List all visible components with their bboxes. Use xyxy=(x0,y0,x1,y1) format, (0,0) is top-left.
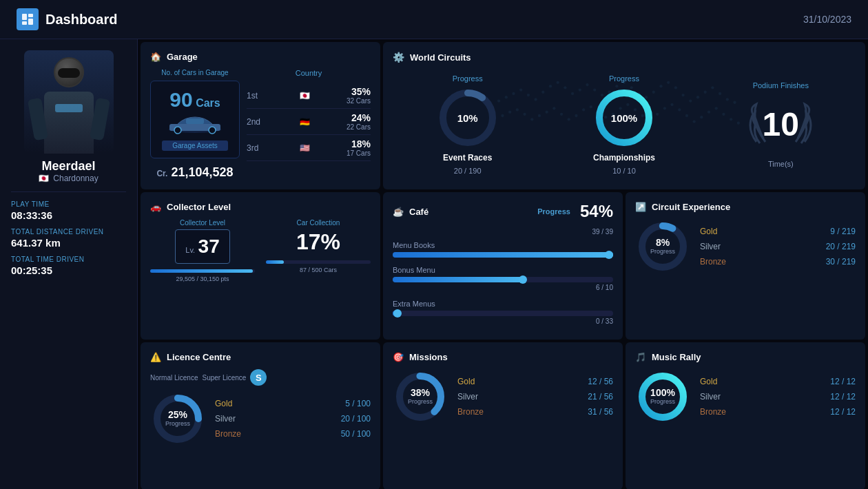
bonus-dot xyxy=(519,275,527,284)
driven-stat: Total Time Driven 00:25:35 xyxy=(11,256,126,276)
country-flag-2: 🇩🇪 xyxy=(300,117,310,127)
menu-books-row: Menu Books xyxy=(393,241,613,258)
world-inner: Progress 10% Event Races 20 / 190 xyxy=(393,70,856,180)
missions-gold-label: Gold xyxy=(457,377,475,386)
collector-title: 🚗 Collector Level xyxy=(150,202,371,212)
lv-prefix: Lv. xyxy=(185,246,195,254)
event-races-stat: Progress 10% Event Races 20 / 190 xyxy=(393,74,542,175)
play-time-value: 08:33:36 xyxy=(11,209,126,221)
country-cars-2: 22 Cars xyxy=(347,123,371,131)
cafe-title: ☕ Café Progress 54% xyxy=(393,202,613,221)
music-rally-card: 🎵 Music Rally xyxy=(626,342,865,489)
circuit-exp-silver: Silver 20 / 219 xyxy=(700,242,856,251)
licence-pct-center: 25% Progress xyxy=(150,391,205,446)
collector-inner: Collector Level Lv. 37 29,505 / 30,150 p… xyxy=(150,219,371,282)
extra-label: Extra Menus xyxy=(393,300,613,308)
body xyxy=(44,92,94,154)
music-bronze: Bronze 12 / 12 xyxy=(700,407,856,417)
music-gold: Gold 12 / 12 xyxy=(700,377,856,386)
header: Dashboard 31/10/2023 xyxy=(0,0,868,39)
collection-pct-display: 17% xyxy=(296,229,340,255)
collector-level-stat: Collector Level Lv. 37 29,505 / 30,150 p… xyxy=(150,219,255,282)
header-title: Dashboard xyxy=(45,12,117,28)
circuit-silver-value: 20 / 219 xyxy=(826,242,856,251)
credits-prefix: Cr. xyxy=(156,169,167,178)
music-gold-value: 12 / 12 xyxy=(830,377,856,386)
championships-stat: Progress xyxy=(549,74,699,175)
country-pct-3: 18% xyxy=(347,138,371,149)
distance-value: 641.37 km xyxy=(11,237,126,249)
svg-point-7 xyxy=(209,127,216,134)
dashboard-icon xyxy=(17,8,39,30)
podium-label: Podium Finishes xyxy=(753,81,809,90)
header-date: 31/10/2023 xyxy=(803,14,851,25)
music-gold-label: Gold xyxy=(700,377,717,386)
music-bronze-label: Bronze xyxy=(700,407,726,417)
music-donut: 100% Progress xyxy=(635,369,690,424)
circuit-exp-inner: 8% Progress Gold 9 / 219 Silver 20 / 219… xyxy=(635,219,856,274)
bonus-fill xyxy=(393,277,525,282)
svg-rect-8 xyxy=(186,118,204,124)
missions-silver: Silver 21 / 56 xyxy=(457,392,613,402)
missions-gold: Gold 12 / 56 xyxy=(457,377,613,386)
collection-pct: 17% xyxy=(296,229,340,254)
extra-menus-row: Extra Menus 0 / 33 xyxy=(393,300,613,325)
missions-silver-label: Silver xyxy=(457,392,478,402)
missions-silver-value: 21 / 56 xyxy=(588,392,613,402)
country-pct-1: 35% xyxy=(347,86,371,97)
play-time-label: Play Time xyxy=(11,200,126,208)
circuit-exp-donut: 8% Progress xyxy=(635,219,690,274)
music-silver-label: Silver xyxy=(700,392,721,402)
extra-fraction: 0 / 33 xyxy=(393,318,613,325)
country-rank-2: 2nd xyxy=(247,117,263,127)
cars-in-garage-label: No. of Cars in Garage xyxy=(161,69,228,76)
circuit-bronze-label: Bronze xyxy=(700,257,726,267)
header-left: Dashboard xyxy=(17,8,117,30)
credits-row: Cr. 21,104,528 xyxy=(156,165,233,180)
circuit-exp-icon: ↗️ xyxy=(635,202,646,212)
missions-bronze: Bronze 31 / 56 xyxy=(457,407,613,417)
avatar-area: Meerdael 🇯🇵 Chardonnay xyxy=(11,50,126,192)
missions-bronze-label: Bronze xyxy=(457,407,484,417)
licence-title: ⚠️ Licence Centre xyxy=(150,352,371,362)
lv-number: 37 xyxy=(198,236,220,257)
country-pct-2: 24% xyxy=(347,112,371,123)
circuit-silver-label: Silver xyxy=(700,242,721,251)
country-flag-1: 🇯🇵 xyxy=(300,91,310,101)
s-badge: S xyxy=(250,369,267,386)
licence-gold-label: Gold xyxy=(215,399,232,408)
licence-gold-value: 5 / 100 xyxy=(345,399,371,408)
player-country: 🇯🇵 Chardonnay xyxy=(39,174,98,183)
logo-area xyxy=(55,104,83,112)
podium-unit: Time(s) xyxy=(768,160,794,168)
garage-left: No. of Cars in Garage 90 Cars xyxy=(150,69,240,180)
collector-level-label: Collector Level xyxy=(180,219,225,227)
garage-inner: No. of Cars in Garage 90 Cars xyxy=(150,69,371,180)
cars-unit: Cars xyxy=(196,97,220,109)
garage-right: Country 1st 🇯🇵 35% 32 Cars 2nd 🇩🇪 xyxy=(247,69,371,180)
missions-card: 🎯 Missions 38% Progress Gold xyxy=(383,342,623,489)
cafe-progress-pct: 54% xyxy=(580,202,613,221)
music-rally-title: 🎵 Music Rally xyxy=(635,352,856,362)
music-silver-value: 12 / 12 xyxy=(830,392,856,402)
collector-pts: 29,505 / 30,150 pts xyxy=(176,275,229,282)
player-stats: Play Time 08:33:36 Total Distance Driven… xyxy=(11,200,126,276)
world-icon: ⚙️ xyxy=(393,52,404,63)
cars-count: 90 xyxy=(169,88,192,111)
licence-silver-value: 20 / 100 xyxy=(341,414,371,424)
collection-label: Car Collection xyxy=(297,219,340,227)
licence-silver: Silver 20 / 100 xyxy=(215,414,371,424)
collection-cars: 87 / 500 Cars xyxy=(300,267,337,273)
circuit-gold-value: 9 / 219 xyxy=(830,227,856,236)
country-cars-3: 17 Cars xyxy=(347,149,371,157)
country-cars-1: 32 Cars xyxy=(347,97,371,105)
licence-bronze-value: 50 / 100 xyxy=(341,429,371,439)
missions-pct-center: 38% Progress xyxy=(393,369,448,424)
circuit-bronze-value: 30 / 219 xyxy=(826,257,856,267)
player-country-label: Chardonnay xyxy=(53,174,98,183)
avatar xyxy=(24,50,114,154)
music-list: Gold 12 / 12 Silver 12 / 12 Bronze 12 / … xyxy=(700,377,856,417)
menu-books-bar xyxy=(393,252,613,258)
circuit-exp-title: ↗️ Circuit Experience xyxy=(635,202,856,212)
missions-donut: 38% Progress xyxy=(393,369,448,424)
